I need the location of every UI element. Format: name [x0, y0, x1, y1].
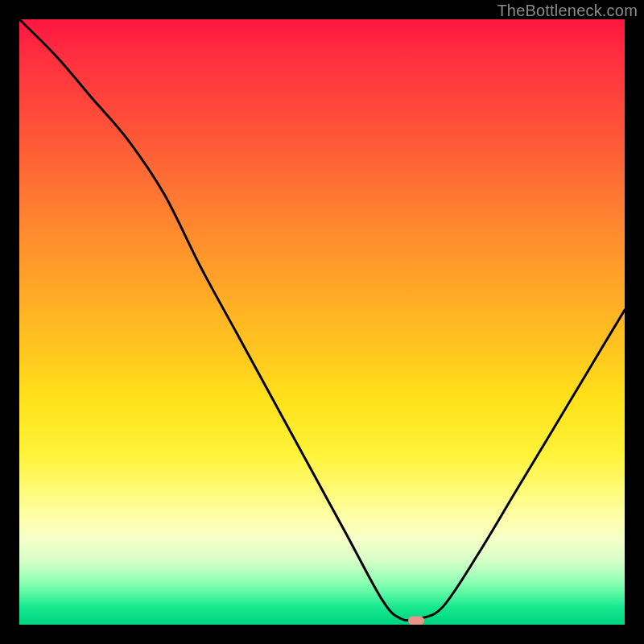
watermark-text: TheBottleneck.com [497, 2, 638, 20]
chart-frame: TheBottleneck.com [0, 0, 644, 644]
optimal-point-marker [408, 616, 424, 625]
plot-area [19, 19, 625, 625]
bottleneck-curve [19, 19, 625, 625]
